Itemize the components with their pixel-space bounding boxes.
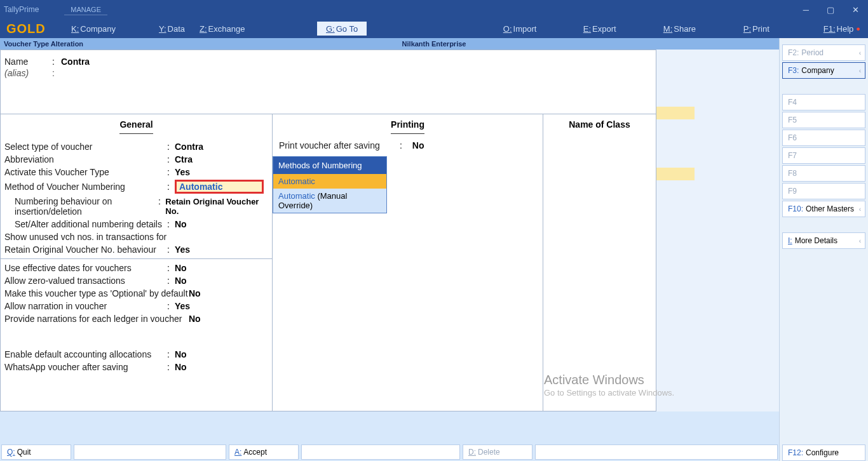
- main-panel: Name : Contra (alias) : General Select t…: [0, 50, 656, 411]
- windows-activation-watermark: Activate Windows Go to Settings to activ…: [544, 371, 735, 399]
- menu-exchange[interactable]: Z:Exchange: [192, 19, 250, 38]
- bottom-spacer-2: [301, 444, 460, 460]
- set-alter-value[interactable]: No: [175, 219, 187, 229]
- menu-row: K:Company Y:Data Z:Exchange G:Go To O:Im…: [64, 19, 868, 38]
- btn-f9: F9: [782, 183, 865, 199]
- name-of-class-heading: Name of Class: [569, 114, 630, 133]
- window-controls: ─ ▢ ✕: [803, 5, 864, 15]
- name-value[interactable]: Contra: [61, 57, 90, 67]
- sub-header: Voucher Type Alteration Nilkanth Enterpr…: [0, 38, 868, 50]
- btn-accept[interactable]: A:Accept: [229, 444, 299, 460]
- menu-import[interactable]: O:Import: [496, 19, 576, 38]
- maximize-icon[interactable]: ▢: [827, 5, 834, 15]
- zero-val-value[interactable]: No: [175, 276, 187, 286]
- btn-f3-company[interactable]: F3:Company‹: [782, 62, 865, 79]
- close-icon[interactable]: ✕: [852, 5, 859, 15]
- btn-f5: F5: [782, 112, 865, 128]
- company-name: Nilkanth Enterprise: [402, 40, 466, 48]
- workspace: Name : Contra (alias) : General Select t…: [0, 50, 779, 443]
- btn-f12-configure[interactable]: F12:Configure: [782, 444, 865, 461]
- narration-value[interactable]: Yes: [175, 301, 190, 311]
- menu-print[interactable]: P:Print: [736, 19, 816, 38]
- menu-share[interactable]: M:Share: [656, 19, 736, 38]
- print-after-value[interactable]: No: [412, 140, 424, 150]
- rhs-bottom: F12:Configure: [779, 443, 868, 461]
- show-unused-value[interactable]: Yes: [175, 244, 190, 255]
- bottom-spacer-3: [535, 444, 778, 460]
- numbering-behaviour-value[interactable]: Retain Original Voucher No.: [165, 197, 268, 216]
- btn-f10-other-masters[interactable]: F10:Other Masters‹: [782, 201, 865, 217]
- method-numbering-input[interactable]: Automatic: [175, 180, 264, 194]
- enable-alloc-value[interactable]: No: [175, 349, 187, 359]
- menu-export[interactable]: E:Export: [576, 19, 656, 38]
- menu-goto[interactable]: G:Go To: [316, 21, 367, 36]
- bottom-bar: Q:Quit A:Accept D:Delete: [0, 443, 779, 461]
- right-function-bar: F2:Period‹ F3:Company‹ F4 F5 F6 F7 F8 F9…: [779, 38, 868, 461]
- screen-title: Voucher Type Alteration: [4, 40, 83, 48]
- minimize-icon[interactable]: ─: [803, 5, 809, 15]
- name-label: Name: [4, 57, 52, 67]
- columns: General Select type of voucher:Contra Ab…: [1, 114, 656, 411]
- alias-row: (alias) :: [1, 68, 656, 81]
- title-bar: TallyPrime MANAGE ─ ▢ ✕: [0, 0, 868, 19]
- bottom-spacer-1: [74, 444, 226, 460]
- side-strip: [656, 50, 779, 411]
- printing-heading: Printing: [391, 114, 424, 134]
- main-menu-bar: GOLD K:Company Y:Data Z:Exchange G:Go To…: [0, 19, 868, 38]
- dropdown-title: Methods of Numbering: [273, 157, 386, 174]
- col-printing: Printing Print voucher after saving: No …: [273, 114, 543, 411]
- btn-f6: F6: [782, 130, 865, 146]
- numbering-methods-dropdown: Methods of Numbering Automatic Automatic…: [273, 156, 387, 213]
- col-name-of-class: Name of Class: [543, 114, 656, 411]
- btn-f4: F4: [782, 94, 865, 110]
- general-heading: General: [119, 114, 153, 134]
- manage-menu[interactable]: MANAGE: [64, 4, 107, 15]
- btn-delete: D:Delete: [463, 444, 532, 460]
- btn-f7: F7: [782, 147, 865, 164]
- app-name: TallyPrime: [4, 5, 39, 14]
- whatsapp-value[interactable]: No: [175, 362, 187, 372]
- dropdown-option-manual-override[interactable]: Automatic (Manual Override): [273, 189, 386, 213]
- activate-value[interactable]: Yes: [175, 167, 190, 177]
- edition-label: GOLD: [0, 22, 64, 36]
- dropdown-option-automatic[interactable]: Automatic: [273, 174, 386, 189]
- btn-more-details[interactable]: I:More Details‹: [782, 232, 865, 249]
- menu-help[interactable]: F1:Help●: [816, 19, 868, 38]
- type-value[interactable]: Contra: [175, 142, 203, 152]
- name-row: Name : Contra: [1, 50, 656, 68]
- menu-data[interactable]: Y:Data: [151, 19, 192, 38]
- eff-dates-value[interactable]: No: [175, 263, 187, 273]
- col-general: General Select type of voucher:Contra Ab…: [1, 114, 273, 411]
- btn-f8: F8: [782, 165, 865, 182]
- side-highlight-2: [656, 168, 695, 180]
- optional-value[interactable]: No: [189, 288, 201, 298]
- side-highlight-1: [656, 107, 695, 119]
- menu-company[interactable]: K:Company: [64, 19, 151, 38]
- ledger-narr-value[interactable]: No: [189, 314, 201, 324]
- alias-label: (alias): [4, 68, 52, 78]
- help-dot-icon: ●: [856, 25, 860, 32]
- btn-f2-period: F2:Period‹: [782, 44, 865, 61]
- abbr-value[interactable]: Ctra: [175, 154, 193, 164]
- btn-quit[interactable]: Q:Quit: [1, 444, 71, 460]
